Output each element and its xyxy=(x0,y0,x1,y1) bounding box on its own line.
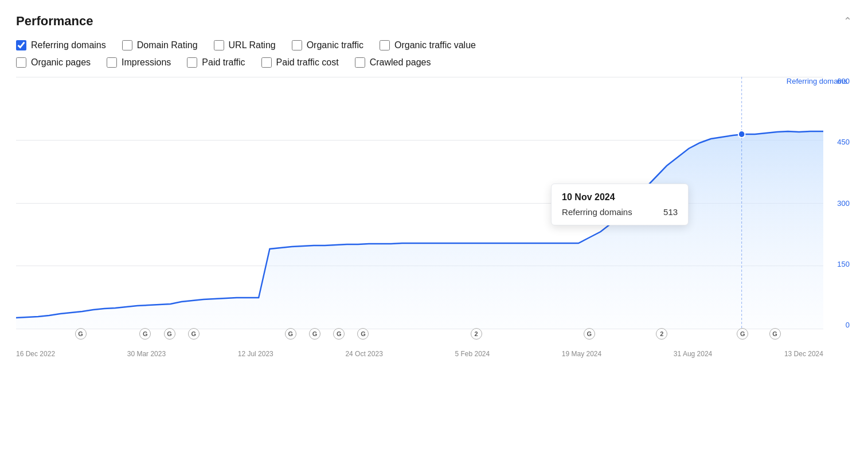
x-label-4: 24 Oct 2023 xyxy=(345,350,382,358)
y-label-0: 0 xyxy=(846,321,850,329)
checkbox-label-organic-traffic: Organic traffic xyxy=(307,40,363,50)
y-label-600: 600 xyxy=(837,77,850,85)
g-marker-label-8: 2 xyxy=(471,328,482,340)
g-marker-7: G xyxy=(357,328,369,340)
chart-wrapper: 600 450 300 150 0 GGGGGGGG2G2GG 16 Dec 2… xyxy=(16,77,852,358)
g-marker-label-5: G xyxy=(309,328,320,340)
g-marker-label-12: G xyxy=(769,328,781,340)
y-axis: 600 450 300 150 0 xyxy=(826,77,852,329)
checkbox-label-domain-rating: Domain Rating xyxy=(137,40,198,50)
checkboxes-row1: Referring domainsDomain RatingURL Rating… xyxy=(16,40,852,50)
g-marker-12: G xyxy=(769,328,781,340)
g-marker-0: G xyxy=(75,328,87,340)
g-marker-3: G xyxy=(188,328,200,340)
panel-header: Performance ⌃ xyxy=(16,14,852,29)
checkbox-label-crawled-pages: Crawled pages xyxy=(370,57,431,68)
chart-svg xyxy=(16,77,823,329)
tooltip-metric-row: Referring domains 513 xyxy=(562,207,678,217)
x-label-1: 16 Dec 2022 xyxy=(16,350,55,358)
g-marker-label-11: G xyxy=(737,328,748,340)
g-marker-label-3: G xyxy=(188,328,200,340)
collapse-icon[interactable]: ⌃ xyxy=(843,15,852,28)
y-label-450: 450 xyxy=(837,138,850,146)
g-marker-label-4: G xyxy=(285,328,296,340)
checkbox-crawled-pages[interactable]: Crawled pages xyxy=(355,57,431,68)
g-marker-1: G xyxy=(139,328,151,340)
x-label-7: 31 Aug 2024 xyxy=(674,350,712,358)
checkbox-input-organic-traffic-value[interactable] xyxy=(380,40,390,50)
checkboxes-row2: Organic pagesImpressionsPaid trafficPaid… xyxy=(16,57,852,68)
checkbox-label-referring-domains: Referring domains xyxy=(31,40,106,50)
x-label-3: 12 Jul 2023 xyxy=(238,350,273,358)
checkbox-input-referring-domains[interactable] xyxy=(16,40,26,50)
checkbox-input-paid-traffic[interactable] xyxy=(187,57,197,68)
chart-tooltip: 10 Nov 2024 Referring domains 513 xyxy=(551,184,689,225)
g-marker-label-9: G xyxy=(584,328,595,340)
checkbox-label-paid-traffic: Paid traffic xyxy=(202,57,245,68)
x-label-8: 13 Dec 2024 xyxy=(784,350,823,358)
checkbox-input-organic-pages[interactable] xyxy=(16,57,26,68)
checkbox-organic-traffic-value[interactable]: Organic traffic value xyxy=(380,40,476,50)
g-marker-label-2: G xyxy=(164,328,175,340)
g-marker-label-10: 2 xyxy=(656,328,667,340)
checkbox-organic-traffic[interactable]: Organic traffic xyxy=(292,40,363,50)
g-marker-label-1: G xyxy=(139,328,151,340)
g-marker-5: G xyxy=(309,328,320,340)
checkbox-input-domain-rating[interactable] xyxy=(122,40,132,50)
g-marker-4: G xyxy=(285,328,296,340)
tooltip-metric-value: 513 xyxy=(663,207,678,217)
g-marker-2: G xyxy=(164,328,175,340)
x-label-5: 5 Feb 2024 xyxy=(455,350,490,358)
g-marker-9: G xyxy=(584,328,595,340)
checkbox-input-impressions[interactable] xyxy=(107,57,117,68)
g-marker-11: G xyxy=(737,328,748,340)
checkbox-label-organic-traffic-value: Organic traffic value xyxy=(394,40,476,50)
checkbox-paid-traffic-cost[interactable]: Paid traffic cost xyxy=(261,57,339,68)
g-marker-6: G xyxy=(333,328,345,340)
tooltip-date: 10 Nov 2024 xyxy=(562,192,678,202)
checkbox-label-url-rating: URL Rating xyxy=(229,40,276,50)
chart-area: Referring domains xyxy=(16,77,852,358)
checkbox-input-url-rating[interactable] xyxy=(214,40,224,50)
checkbox-input-organic-traffic[interactable] xyxy=(292,40,302,50)
y-label-150: 150 xyxy=(837,260,850,268)
x-axis: 16 Dec 2022 30 Mar 2023 12 Jul 2023 24 O… xyxy=(16,341,823,358)
x-label-2: 30 Mar 2023 xyxy=(127,350,166,358)
checkbox-organic-pages[interactable]: Organic pages xyxy=(16,57,91,68)
checkbox-url-rating[interactable]: URL Rating xyxy=(214,40,276,50)
x-label-6: 19 May 2024 xyxy=(562,350,601,358)
checkbox-label-impressions: Impressions xyxy=(122,57,171,68)
checkbox-input-crawled-pages[interactable] xyxy=(355,57,365,68)
svg-point-2 xyxy=(738,131,745,138)
checkbox-impressions[interactable]: Impressions xyxy=(107,57,171,68)
g-markers-row: GGGGGGGG2G2GG xyxy=(16,328,823,341)
checkbox-paid-traffic[interactable]: Paid traffic xyxy=(187,57,245,68)
checkbox-referring-domains[interactable]: Referring domains xyxy=(16,40,106,50)
checkbox-input-paid-traffic-cost[interactable] xyxy=(261,57,272,68)
checkbox-label-organic-pages: Organic pages xyxy=(31,57,91,68)
g-marker-10: 2 xyxy=(656,328,667,340)
y-label-300: 300 xyxy=(837,199,850,208)
g-marker-label-7: G xyxy=(357,328,369,340)
g-marker-label-6: G xyxy=(333,328,345,340)
checkbox-label-paid-traffic-cost: Paid traffic cost xyxy=(276,57,339,68)
tooltip-metric-label: Referring domains xyxy=(562,207,632,217)
checkbox-domain-rating[interactable]: Domain Rating xyxy=(122,40,198,50)
g-marker-8: 2 xyxy=(471,328,482,340)
g-marker-label-0: G xyxy=(75,328,87,340)
panel-title: Performance xyxy=(16,14,93,29)
performance-panel: Performance ⌃ Referring domainsDomain Ra… xyxy=(0,0,868,460)
